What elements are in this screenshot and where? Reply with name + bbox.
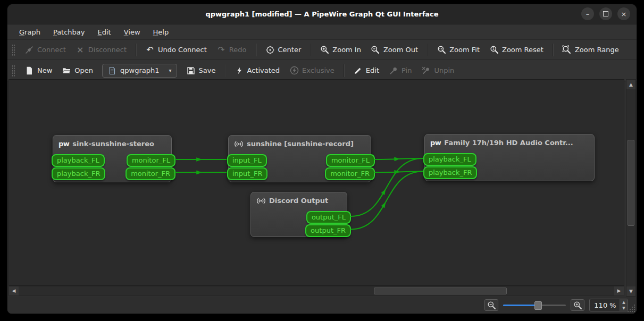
center-button[interactable]: Center [261, 43, 306, 57]
vertical-scrollbar-handle[interactable] [628, 140, 634, 226]
zoom-slider[interactable] [503, 301, 566, 309]
node-title: sunshine [sunshine-record] [229, 136, 371, 148]
port-playback_FR[interactable]: playback_FR [423, 166, 477, 179]
graph-node-sink-sunshine-stereo[interactable]: pwsink-sunshine-stereoplayback_FLplaybac… [53, 135, 172, 182]
menu-item-edit[interactable]: Edit [93, 27, 116, 38]
port-input_FR[interactable]: input_FR [227, 167, 267, 180]
toolbar-drag-handle[interactable] [12, 44, 15, 56]
port-monitor_FL[interactable]: monitor_FL [127, 154, 175, 167]
menu-bar: GraphPatchbayEditViewHelp [7, 24, 637, 40]
port-monitor_FR[interactable]: monitor_FR [126, 167, 175, 180]
menu-item-graph[interactable]: Graph [14, 27, 46, 38]
zoom-out-small-button[interactable] [484, 299, 498, 311]
save-button[interactable]: Save [181, 64, 221, 78]
zoom-range-button[interactable]: Zoom Range [557, 43, 624, 57]
toolbar-drag-handle[interactable] [12, 65, 15, 77]
zoom-slider-fill [503, 305, 538, 306]
port-input_FL[interactable]: input_FL [227, 154, 267, 167]
zoom-fit-button[interactable]: Zoom Fit [432, 43, 484, 57]
graph-node-family-audio[interactable]: pwFamily 17h/19h HD Audio Contr...playba… [424, 134, 595, 181]
toolbar-separator [427, 44, 428, 56]
minimize-button[interactable]: – [581, 7, 594, 20]
horizontal-scrollbar[interactable]: ◀ ▶ [9, 286, 624, 296]
new-button[interactable]: New [20, 64, 57, 78]
port-playback_FL[interactable]: playback_FL [423, 153, 476, 166]
pin-button-label: Pin [402, 66, 412, 74]
port-playback_FR[interactable]: playback_FR [52, 167, 105, 180]
port-output_FR[interactable]: output_FR [305, 224, 351, 237]
zoom-in-button[interactable]: Zoom In [315, 43, 366, 57]
new-button-label: New [37, 66, 52, 74]
spin-down-button[interactable]: ▼ [620, 305, 628, 311]
patchbay-canvas[interactable]: pwsink-sunshine-stereoplayback_FLplaybac… [9, 79, 624, 286]
connect-button: Connect [20, 43, 71, 57]
broadcast-icon [256, 197, 266, 205]
session-combo-label: qpwgraph1 [120, 66, 159, 74]
zoom-spinbox[interactable]: 110 % ▲ ▼ [589, 299, 628, 311]
scroll-right-button[interactable]: ▶ [614, 286, 624, 295]
graph-node-sunshine[interactable]: sunshine [sunshine-record]input_FLinput_… [228, 135, 371, 182]
vertical-scrollbar[interactable]: ▲ ▼ [626, 79, 636, 297]
toolbar-separator [553, 44, 553, 56]
port-playback_FL[interactable]: playback_FL [52, 154, 105, 167]
zoom-out-button[interactable]: Zoom Out [366, 43, 423, 57]
scroll-left-button[interactable]: ◀ [9, 286, 19, 295]
resize-grip[interactable] [627, 304, 635, 312]
node-title: pwsink-sunshine-stereo [53, 136, 171, 148]
connection-arrow-icon [196, 157, 202, 162]
minimize-icon: – [586, 11, 590, 18]
arrow-left-icon: ◀ [12, 289, 16, 293]
center-icon [265, 45, 275, 55]
activated-button[interactable]: Activated [230, 64, 285, 78]
menu-item-patchbay[interactable]: Patchbay [48, 27, 90, 38]
menu-item-help[interactable]: Help [148, 27, 174, 38]
edit-button[interactable]: Edit [348, 64, 384, 78]
port-monitor_FL[interactable]: monitor_FL [326, 154, 375, 167]
open-icon [62, 66, 71, 75]
edit-icon [353, 66, 363, 75]
connection-monitor_FL-to-playback_FL[interactable] [374, 158, 423, 159]
port-output_FL[interactable]: output_FL [306, 211, 351, 224]
new-icon [24, 66, 34, 75]
undo-connect-button[interactable]: ↶Undo Connect [140, 43, 212, 57]
port-monitor_FR[interactable]: monitor_FR [325, 167, 375, 180]
zoom-out-icon [487, 300, 496, 310]
file-toolbar: NewOpenqpwgraph1▾SaveActivatedExclusiveE… [7, 60, 637, 81]
scroll-up-button[interactable]: ▲ [626, 80, 635, 89]
pipewire-icon: pw [58, 140, 69, 148]
scroll-down-button[interactable]: ▼ [626, 286, 635, 296]
arrow-right-icon: ▶ [617, 289, 621, 293]
node-title: Discord Output [251, 192, 347, 205]
connection-layer [9, 80, 624, 286]
toolbar-separator [344, 64, 344, 77]
close-button[interactable]: × [617, 7, 630, 20]
zoom-fit-icon [437, 45, 446, 55]
title-bar[interactable]: qpwgraph1 [modified] — A PipeWire Graph … [7, 4, 637, 24]
node-title: pwFamily 17h/19h HD Audio Contr... [425, 134, 594, 147]
spin-up-button[interactable]: ▲ [620, 299, 628, 305]
chevron-down-icon: ▾ [169, 67, 172, 73]
pin-icon [389, 66, 398, 75]
close-icon: × [621, 11, 627, 18]
zoom-range-button-label: Zoom Range [575, 46, 619, 54]
zoom-reset-button[interactable]: 1Zoom Reset [484, 43, 548, 57]
horizontal-scrollbar-handle[interactable] [374, 288, 507, 294]
window-controls: – × [581, 7, 630, 20]
zoom-value: 110 % [594, 301, 616, 309]
zoom-in-icon [320, 45, 329, 55]
save-icon [186, 66, 196, 75]
open-button[interactable]: Open [57, 64, 98, 78]
activated-icon [235, 66, 244, 75]
connection-monitor_FR-to-playback_FR[interactable] [374, 172, 423, 173]
zoom-slider-handle[interactable] [534, 301, 542, 310]
connection-arrow-icon [394, 157, 400, 162]
redo-button-label: Redo [229, 46, 247, 54]
zoom-in-small-button[interactable] [571, 299, 584, 311]
connection-arrow-icon [196, 171, 202, 175]
save-button-label: Save [199, 66, 216, 74]
maximize-button[interactable] [599, 7, 612, 20]
graph-node-discord-output[interactable]: Discord Outputoutput_FLoutput_FR [250, 192, 347, 237]
arrow-down-icon: ▼ [629, 289, 633, 294]
session-combo[interactable]: qpwgraph1▾ [102, 64, 177, 78]
menu-item-view[interactable]: View [119, 27, 146, 38]
